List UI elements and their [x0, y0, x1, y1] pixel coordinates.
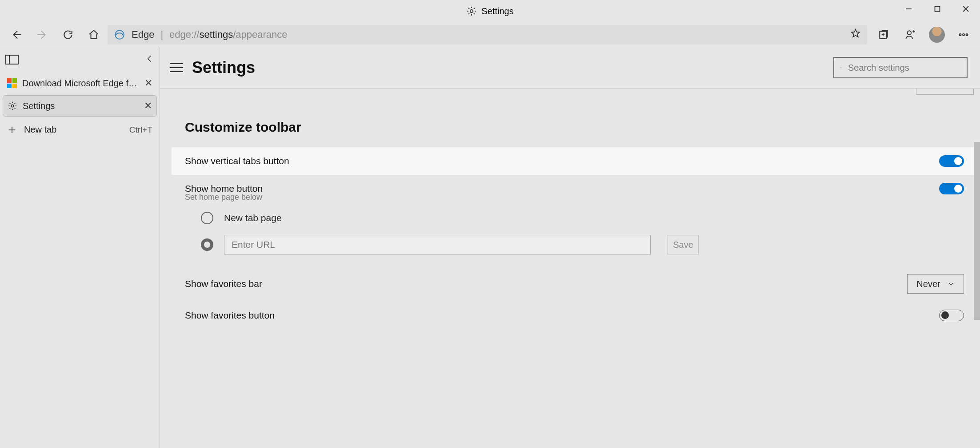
- svg-point-8: [959, 34, 961, 36]
- home-button[interactable]: [82, 24, 106, 45]
- save-home-url-button[interactable]: Save: [668, 235, 699, 254]
- tab-download-edge[interactable]: Download Microsoft Edge for Bu ✕: [3, 73, 157, 93]
- partial-control-above: [916, 89, 974, 95]
- chevron-down-icon: [948, 280, 955, 287]
- refresh-button[interactable]: [56, 24, 80, 45]
- radio-label: New tab page: [224, 213, 282, 223]
- svg-point-0: [470, 10, 473, 12]
- tab-settings[interactable]: Settings ✕: [3, 95, 157, 117]
- svg-point-11: [11, 105, 14, 107]
- home-url-input[interactable]: [224, 235, 651, 254]
- forward-button[interactable]: [30, 24, 54, 45]
- new-tab-shortcut: Ctrl+T: [129, 125, 152, 135]
- radio-row-url[interactable]: Save: [201, 230, 980, 260]
- collapse-tabs-button[interactable]: [145, 54, 154, 65]
- settings-search-input[interactable]: [848, 63, 960, 73]
- select-value: Never: [916, 279, 940, 289]
- option-label: Show favorites button: [185, 310, 275, 321]
- svg-rect-2: [935, 7, 940, 12]
- toggle-vertical-tabs[interactable]: [939, 155, 964, 167]
- gear-icon: [466, 6, 477, 16]
- new-tab-label: New tab: [24, 125, 56, 135]
- svg-point-7: [908, 31, 912, 35]
- favorite-star-icon[interactable]: [850, 28, 861, 41]
- favorites-bar-select[interactable]: Never: [907, 274, 964, 294]
- maximize-button[interactable]: [923, 0, 952, 18]
- back-button[interactable]: [4, 24, 28, 45]
- search-icon: [840, 63, 842, 73]
- address-bar[interactable]: Edge | edge://settings/appearance: [108, 25, 867, 44]
- settings-search-box[interactable]: [833, 57, 968, 78]
- plus-icon: [7, 125, 17, 135]
- settings-header: Settings: [160, 47, 980, 89]
- gear-icon: [8, 101, 17, 111]
- settings-menu-button[interactable]: [170, 63, 183, 72]
- option-vertical-tabs: Show vertical tabs button: [172, 147, 980, 175]
- profile-avatar[interactable]: [925, 24, 949, 45]
- window-controls: [895, 0, 980, 18]
- radio-newtab-page[interactable]: [201, 212, 213, 224]
- option-home-subtext: Set home page below: [185, 193, 980, 202]
- window-title: Settings: [481, 6, 513, 16]
- close-tab-icon[interactable]: ✕: [144, 77, 152, 89]
- option-label: Show vertical tabs button: [185, 156, 289, 166]
- option-favorites-bar: Show favorites bar Never: [185, 266, 980, 302]
- svg-point-10: [966, 34, 968, 36]
- address-separator: |: [160, 29, 163, 40]
- radio-row-newtab[interactable]: New tab page: [201, 206, 980, 230]
- url-text: edge://settings/appearance: [169, 29, 287, 40]
- edge-logo-icon: [114, 29, 125, 40]
- close-window-button[interactable]: [952, 0, 980, 18]
- tab-label: Settings: [23, 101, 139, 111]
- toggle-home-button[interactable]: [939, 183, 964, 194]
- window-title-group: Settings: [466, 6, 513, 16]
- new-tab-button[interactable]: New tab Ctrl+T: [3, 118, 157, 141]
- home-page-radio-group: New tab page Save: [185, 206, 980, 260]
- section-customize-toolbar: Customize toolbar: [185, 120, 980, 135]
- scrollbar-thumb[interactable]: [974, 142, 980, 320]
- option-favorites-button: Show favorites button: [185, 302, 980, 329]
- microsoft-logo-icon: [7, 78, 17, 88]
- svg-point-12: [840, 67, 841, 68]
- browser-name: Edge: [132, 29, 154, 40]
- vertical-tabs-icon[interactable]: [5, 55, 19, 65]
- option-label: Show favorites bar: [185, 278, 262, 289]
- close-tab-icon[interactable]: ✕: [144, 100, 152, 112]
- profile-add-button[interactable]: [898, 24, 922, 45]
- tab-label: Download Microsoft Edge for Bu: [22, 78, 139, 89]
- vertical-tabs-sidebar: Download Microsoft Edge for Bu ✕ Setting…: [0, 47, 160, 448]
- settings-page-title: Settings: [192, 58, 255, 77]
- title-bar: Settings: [0, 0, 980, 22]
- collections-button[interactable]: [872, 24, 896, 45]
- minimize-button[interactable]: [895, 0, 923, 18]
- radio-custom-url[interactable]: [201, 238, 213, 251]
- more-menu-button[interactable]: [952, 24, 976, 45]
- browser-toolbar: Edge | edge://settings/appearance: [0, 22, 980, 47]
- svg-point-9: [963, 34, 964, 36]
- toggle-favorites-button[interactable]: [939, 310, 964, 321]
- settings-content: Settings Customize toolbar Show vertical…: [160, 47, 980, 448]
